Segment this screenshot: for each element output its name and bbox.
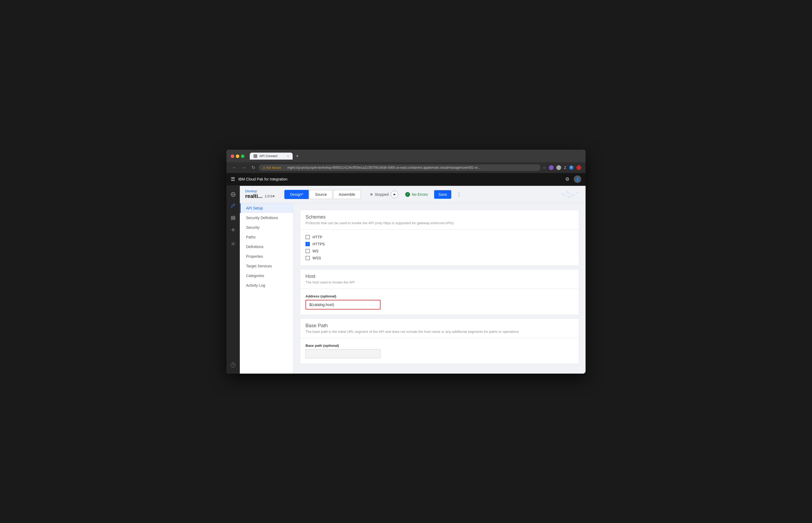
tab-assemble[interactable]: Assemble xyxy=(333,190,361,199)
main-layout: ? Develop realti... 1.0.0 ▾ xyxy=(226,186,586,374)
top-toolbar: Develop realti... 1.0.0 ▾ Design* Source… xyxy=(240,186,586,203)
not-secure-label: Not Secure xyxy=(266,166,281,169)
host-description: The host used to invoke the API xyxy=(305,280,573,284)
nav-item-target-services[interactable]: Target Services xyxy=(240,261,293,271)
tab-bar: API Connect × + xyxy=(250,152,581,160)
network-decoration xyxy=(559,189,580,200)
http-checkbox[interactable] xyxy=(305,235,310,239)
help-icon[interactable]: ? xyxy=(228,360,239,371)
content-area: Develop realti... 1.0.0 ▾ Design* Source… xyxy=(240,186,586,374)
back-button[interactable]: ← xyxy=(231,165,238,170)
sidebar-icon-layers[interactable] xyxy=(228,213,239,223)
checkbox-wss: WSS xyxy=(305,256,573,260)
maximize-button[interactable] xyxy=(241,155,244,158)
sidebar-icon-api[interactable] xyxy=(228,224,239,235)
https-checkbox[interactable] xyxy=(305,242,310,246)
profile-icon-1 xyxy=(549,165,554,170)
browser-window: API Connect × + ← → ↻ ⚠ Not Secure | mgm… xyxy=(226,150,586,374)
base-path-body: Base path (optional) xyxy=(300,338,579,364)
base-path-header: Base Path The base path is the initial U… xyxy=(300,319,579,338)
https-label: HTTPS xyxy=(313,242,325,246)
address-input[interactable] xyxy=(305,300,380,309)
schemes-body: HTTP HTTPS WS xyxy=(300,230,579,266)
minimize-button[interactable] xyxy=(236,155,239,158)
version-selector[interactable]: 1.0.0 ▾ xyxy=(265,194,275,198)
settings-icon[interactable]: ⚙ xyxy=(565,176,569,182)
svg-line-13 xyxy=(562,192,568,195)
tab-favicon xyxy=(253,154,257,158)
nav-item-categories[interactable]: Categories xyxy=(240,271,293,281)
develop-link[interactable]: Develop xyxy=(245,190,275,193)
new-tab-button[interactable]: + xyxy=(294,152,301,160)
no-errors-badge: ✓ No Errors xyxy=(405,192,428,197)
app-title: IBM Cloud Pak for Integration xyxy=(238,177,287,181)
play-button[interactable]: ▶ xyxy=(391,191,398,198)
url-text: mgmt.icp-proxy.icp4i-workshop-f009311413… xyxy=(287,166,537,169)
svg-rect-5 xyxy=(231,219,235,220)
svg-point-6 xyxy=(232,229,234,231)
profile-icon-5 xyxy=(577,165,581,170)
nav-item-paths[interactable]: Paths xyxy=(240,232,293,242)
base-path-title: Base Path xyxy=(305,323,573,328)
forward-button[interactable]: → xyxy=(240,165,248,170)
sidebar-icon-edit[interactable] xyxy=(228,201,239,212)
nav-item-definitions[interactable]: Definitions xyxy=(240,242,293,252)
base-path-label: Base path (optional) xyxy=(305,344,573,348)
nav-item-properties[interactable]: Properties xyxy=(240,252,293,261)
profile-icon-3: Z xyxy=(564,165,566,170)
status-indicator xyxy=(370,193,373,196)
hamburger-menu-button[interactable]: ☰ xyxy=(231,176,235,182)
tab-source[interactable]: Source xyxy=(309,190,332,199)
window-controls xyxy=(231,155,244,158)
main-content: Schemes Protocols that can be used to in… xyxy=(294,203,586,374)
active-browser-tab[interactable]: API Connect × xyxy=(250,152,292,160)
bookmark-icon[interactable]: ☆ xyxy=(543,165,546,170)
svg-point-8 xyxy=(562,194,563,195)
base-path-description: The base path is the initial URL segment… xyxy=(305,330,573,333)
status-section: Stopped ▶ xyxy=(370,191,398,198)
more-options-button[interactable]: ⋮ xyxy=(456,191,462,198)
nav-item-activity-log[interactable]: Activity Log xyxy=(240,281,293,290)
http-label: HTTP xyxy=(313,235,322,239)
profile-icon-2 xyxy=(556,165,561,170)
svg-line-16 xyxy=(568,192,569,197)
profile-icon-4: D xyxy=(569,165,574,170)
svg-line-15 xyxy=(573,193,578,195)
nav-item-api-setup[interactable]: API Setup xyxy=(240,203,293,213)
svg-line-18 xyxy=(562,195,569,197)
tab-close-button[interactable]: × xyxy=(287,155,289,158)
wss-checkbox[interactable] xyxy=(305,256,310,260)
api-name: realti... xyxy=(245,193,262,199)
status-label: Stopped xyxy=(375,192,389,197)
tab-design[interactable]: Design* xyxy=(284,190,309,199)
svg-line-17 xyxy=(569,195,573,197)
schemes-title: Schemes xyxy=(305,214,573,220)
not-secure-badge: ⚠ Not Secure xyxy=(263,166,281,169)
address-label: Address (optional) xyxy=(305,294,573,298)
save-button[interactable]: Save xyxy=(434,190,451,199)
host-header: Host The host used to invoke the API xyxy=(300,269,579,289)
close-button[interactable] xyxy=(231,155,234,158)
nav-item-security[interactable]: Security xyxy=(240,222,293,232)
no-errors-label: No Errors xyxy=(412,192,428,197)
svg-rect-4 xyxy=(231,217,235,218)
sidebar-icon-globe[interactable] xyxy=(228,189,239,200)
refresh-button[interactable]: ↻ xyxy=(250,164,257,170)
wss-label: WSS xyxy=(313,256,321,260)
design-tabs: Design* Source Assemble xyxy=(284,190,361,199)
sidebar-icon-settings[interactable] xyxy=(228,238,239,249)
app-bar: ☰ IBM Cloud Pak for Integration ⚙ 👤 xyxy=(226,173,586,186)
base-path-input[interactable] xyxy=(305,349,380,358)
svg-point-11 xyxy=(577,192,578,193)
warning-icon: ⚠ xyxy=(263,166,266,169)
account-icon[interactable]: 👤 xyxy=(574,175,581,183)
schemes-section: Schemes Protocols that can be used to in… xyxy=(300,210,579,266)
ws-checkbox[interactable] xyxy=(305,249,310,253)
nav-item-security-definitions[interactable]: Security Definitions xyxy=(240,213,293,222)
api-name-section: Develop realti... 1.0.0 ▾ xyxy=(245,190,275,199)
address-input-bar[interactable]: ⚠ Not Secure | mgmt.icp-proxy.icp4i-work… xyxy=(259,164,541,171)
svg-line-14 xyxy=(568,192,573,195)
ws-label: WS xyxy=(313,249,319,253)
tab-title: API Connect xyxy=(259,154,277,158)
icon-sidebar: ? xyxy=(226,186,240,374)
